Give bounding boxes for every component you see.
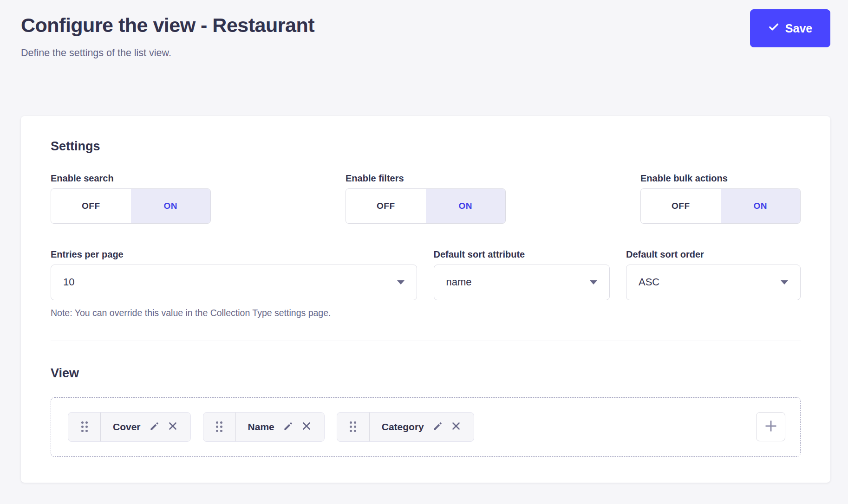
save-button-label: Save: [785, 22, 812, 35]
drag-handle-icon[interactable]: [68, 413, 101, 441]
enable-filters-toggle: OFF ON: [346, 188, 506, 224]
default-sort-attribute-value: name: [446, 276, 472, 288]
configure-view-page: Configure the view - Restaurant Define t…: [0, 0, 848, 483]
edit-field-button[interactable]: [283, 421, 294, 433]
select-row: Entries per page 10 Note: You can overri…: [51, 249, 801, 318]
enable-bulk-actions-toggle: OFF ON: [640, 188, 801, 224]
plus-icon: [763, 419, 778, 435]
field-chip-cover: Cover: [68, 412, 191, 442]
remove-field-button[interactable]: [450, 420, 462, 433]
entries-per-page-select[interactable]: 10: [51, 265, 417, 300]
drag-handle-icon[interactable]: [337, 413, 370, 441]
toggle-group-enable-search: Enable search OFF ON: [51, 173, 211, 224]
enable-search-off-option[interactable]: OFF: [51, 189, 131, 223]
enable-search-toggle: OFF ON: [51, 188, 211, 224]
enable-bulk-actions-off-option[interactable]: OFF: [641, 189, 721, 223]
pencil-icon: [432, 421, 443, 433]
check-icon: [768, 21, 779, 35]
field-chip-label: Category: [370, 421, 432, 433]
field-chip-name: Name: [203, 412, 325, 442]
field-chip-label: Name: [236, 421, 283, 433]
settings-card: Settings Enable search OFF ON Enable fil…: [21, 116, 830, 483]
entries-per-page-label: Entries per page: [51, 249, 417, 260]
section-divider: [51, 341, 801, 341]
page-title-block: Configure the view - Restaurant Define t…: [21, 9, 314, 59]
save-button[interactable]: Save: [750, 9, 830, 47]
default-sort-order-group: Default sort order ASC: [626, 249, 801, 318]
default-sort-attribute-select[interactable]: name: [434, 265, 610, 300]
enable-filters-label: Enable filters: [346, 173, 506, 184]
edit-field-button[interactable]: [432, 421, 443, 433]
caret-down-icon: [397, 280, 404, 284]
pencil-icon: [149, 421, 160, 433]
add-field-button[interactable]: [756, 412, 785, 441]
remove-field-button[interactable]: [301, 420, 312, 433]
toggle-row: Enable search OFF ON Enable filters OFF …: [51, 173, 801, 224]
default-sort-order-select[interactable]: ASC: [626, 265, 801, 300]
field-chip-label: Cover: [101, 421, 149, 433]
close-icon: [167, 420, 178, 433]
entries-per-page-note: Note: You can override this value in the…: [51, 308, 417, 318]
default-sort-attribute-label: Default sort attribute: [434, 249, 610, 260]
close-icon: [301, 420, 312, 433]
default-sort-order-value: ASC: [639, 276, 659, 288]
enable-bulk-actions-label: Enable bulk actions: [640, 173, 801, 184]
default-sort-attribute-group: Default sort attribute name: [434, 249, 610, 318]
pencil-icon: [283, 421, 294, 433]
toggle-group-enable-bulk-actions: Enable bulk actions OFF ON: [640, 173, 801, 224]
enable-search-on-option[interactable]: ON: [131, 189, 211, 223]
page-title: Configure the view - Restaurant: [21, 13, 314, 38]
close-icon: [450, 420, 462, 433]
toggle-group-enable-filters: Enable filters OFF ON: [346, 173, 506, 224]
settings-heading: Settings: [51, 139, 801, 154]
default-sort-order-label: Default sort order: [626, 249, 801, 260]
caret-down-icon: [781, 280, 788, 284]
view-heading: View: [51, 366, 801, 381]
page-header: Configure the view - Restaurant Define t…: [21, 9, 830, 59]
enable-filters-off-option[interactable]: OFF: [346, 189, 426, 223]
enable-bulk-actions-on-option[interactable]: ON: [721, 189, 801, 223]
field-chip-category: Category: [337, 412, 474, 442]
entries-per-page-group: Entries per page 10 Note: You can overri…: [51, 249, 417, 318]
field-drop-zone: Cover: [51, 397, 801, 457]
edit-field-button[interactable]: [149, 421, 160, 433]
page-subtitle: Define the settings of the list view.: [21, 47, 314, 59]
remove-field-button[interactable]: [167, 420, 178, 433]
enable-search-label: Enable search: [51, 173, 211, 184]
entries-per-page-value: 10: [63, 276, 74, 288]
enable-filters-on-option[interactable]: ON: [426, 189, 506, 223]
caret-down-icon: [590, 280, 597, 284]
drag-handle-icon[interactable]: [203, 413, 236, 441]
